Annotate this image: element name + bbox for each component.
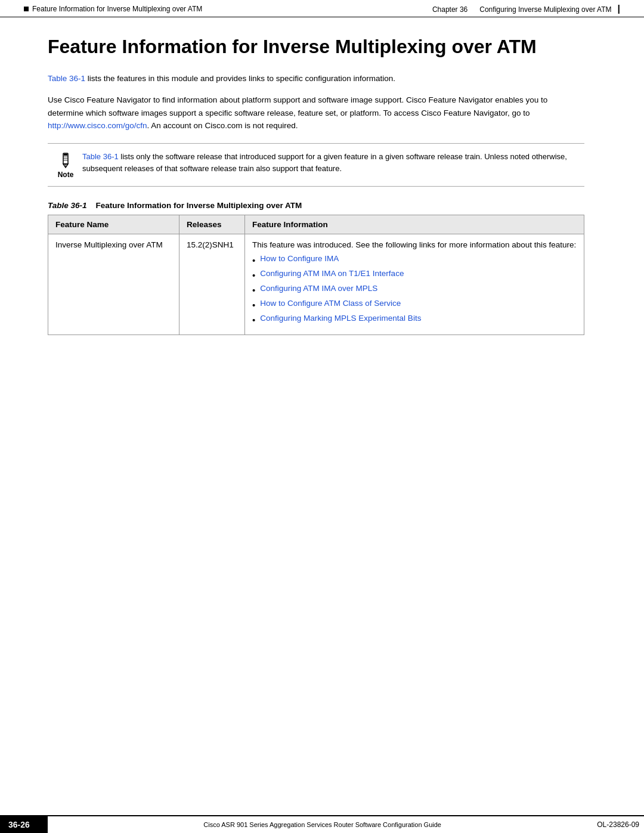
- table-36-1-link2[interactable]: Table 36-1: [82, 152, 119, 161]
- list-item-2: Configuring ATM IMA on T1/E1 Interface: [252, 269, 577, 281]
- footer-page-num: 36-26: [0, 816, 48, 833]
- table-row: Inverse Multiplexing over ATM 15.2(2)SNH…: [48, 234, 584, 335]
- list-item-1: How to Configure IMA: [252, 254, 577, 267]
- cell-info-text: This feature was introduced. See the fol…: [252, 240, 576, 249]
- note-icon-area: Note: [57, 152, 74, 179]
- cell-releases: 15.2(2)SNH1: [179, 234, 245, 335]
- table-caption-title: Feature Information for Inverse Multiple…: [96, 201, 302, 210]
- note-suffix: lists only the software release that int…: [82, 152, 567, 173]
- list-item-3: Configuring ATM IMA over MPLS: [252, 284, 577, 296]
- intro-para1: Table 36-1 lists the features in this mo…: [48, 72, 584, 85]
- link-marking-mpls[interactable]: Configuring Marking MPLS Experimental Bi…: [260, 314, 421, 323]
- note-label: Note: [58, 171, 74, 179]
- header-left-text: Feature Information for Inverse Multiple…: [32, 5, 202, 13]
- col-header-releases: Releases: [179, 215, 245, 234]
- link-configure-atm-cos[interactable]: How to Configure ATM Class of Service: [260, 299, 401, 308]
- footer-center-text: Cisco ASR 901 Series Aggregation Service…: [48, 821, 597, 828]
- table-header-row: Feature Name Releases Feature Informatio…: [48, 215, 584, 234]
- cfn-link[interactable]: http://www.cisco.com/go/cfn: [48, 121, 147, 130]
- link-atm-ima-t1e1[interactable]: Configuring ATM IMA on T1/E1 Interface: [260, 269, 404, 278]
- page-title: Feature Information for Inverse Multiple…: [48, 35, 596, 58]
- feature-table: Feature Name Releases Feature Informatio…: [48, 215, 584, 335]
- table-num: Table 36-1: [48, 201, 87, 210]
- table-36-1-link1[interactable]: Table 36-1: [48, 74, 85, 83]
- header-bar: Feature Information for Inverse Multiple…: [0, 0, 644, 17]
- cell-feature-name: Inverse Multiplexing over ATM: [48, 234, 179, 335]
- header-square-icon: [24, 7, 29, 11]
- intro-para2-suffix: . An account on Cisco.com is not require…: [147, 121, 298, 130]
- list-item-5: Configuring Marking MPLS Experimental Bi…: [252, 314, 577, 326]
- intro-para2-text: Use Cisco Feature Navigator to find info…: [48, 95, 547, 117]
- svg-rect-1: [64, 154, 67, 156]
- intro-para1-suffix: lists the features in this module and pr…: [85, 74, 395, 83]
- main-content: Feature Information for Inverse Multiple…: [0, 17, 644, 383]
- table-caption: Table 36-1 Feature Information for Inver…: [48, 201, 584, 210]
- link-atm-ima-mpls[interactable]: Configuring ATM IMA over MPLS: [260, 284, 377, 293]
- header-right: Chapter 36 Configuring Inverse Muliplexi…: [432, 4, 620, 14]
- intro-para2: Use Cisco Feature Navigator to find info…: [48, 94, 584, 132]
- header-chapter: Chapter 36: [432, 5, 467, 14]
- feature-links-list: How to Configure IMA Configuring ATM IMA…: [252, 254, 577, 326]
- col-header-info: Feature Information: [245, 215, 584, 234]
- footer: 36-26 Cisco ASR 901 Series Aggregation S…: [0, 815, 644, 833]
- note-box: Note Table 36-1 lists only the software …: [48, 143, 584, 187]
- link-configure-ima[interactable]: How to Configure IMA: [260, 254, 339, 263]
- note-pencil-icon: [57, 152, 74, 169]
- cell-info: This feature was introduced. See the fol…: [245, 234, 584, 335]
- col-header-feature: Feature Name: [48, 215, 179, 234]
- header-title: Configuring Inverse Muliplexing over ATM: [479, 5, 611, 14]
- header-left: Feature Information for Inverse Multiple…: [24, 5, 202, 13]
- list-item-4: How to Configure ATM Class of Service: [252, 299, 577, 311]
- footer-right-text: OL-23826-09: [597, 820, 644, 829]
- note-text: Table 36-1 lists only the software relea…: [82, 151, 575, 175]
